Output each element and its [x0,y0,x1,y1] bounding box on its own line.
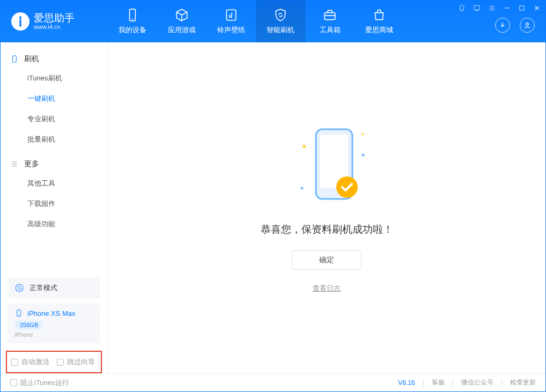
window-controls [458,4,541,12]
device-name: iPhone XS Max [27,309,76,317]
sync-icon [14,283,24,293]
titlebar-right-icons [495,18,535,33]
sidebar-item-advanced[interactable]: 高级功能 [1,214,107,234]
svg-point-15 [336,176,358,198]
nav-label: 爱思商城 [365,25,393,35]
checkbox-icon [10,379,17,386]
app-logo[interactable]: 爱思助手 www.i4.cn [1,1,108,42]
view-log-link[interactable]: 查看日志 [313,284,341,293]
checkbox-label: 跳过向导 [67,357,95,367]
bag-icon [372,8,386,22]
svg-rect-7 [13,56,17,62]
nav-label: 工具箱 [320,25,341,35]
sidebar-item-oneclick-flash[interactable]: 一键刷机 [1,88,107,109]
nav-ringtones-wallpapers[interactable]: 铃声壁纸 [206,1,256,42]
sidebar-item-pro-flash[interactable]: 专业刷机 [1,109,107,129]
version-label: V8.16 [398,379,415,387]
footer: 阻止iTunes运行 V8.16 | 客服 | 微信公众号 | 检查更新 [1,373,545,391]
minimize-icon[interactable] [503,4,511,12]
check-update-link[interactable]: 检查更新 [510,378,536,387]
separator: | [423,379,424,387]
titlebar: 爱思助手 www.i4.cn 我的设备 应用游戏 铃声壁纸 智能刷机 [1,1,545,42]
checkbox-block-itunes[interactable]: 阻止iTunes运行 [10,378,69,388]
checkbox-icon [11,359,18,366]
body: 刷机 iTunes刷机 一键刷机 专业刷机 批量刷机 更多 其他工具 下载固件 … [1,42,545,373]
app-window: 爱思助手 www.i4.cn 我的设备 应用游戏 铃声壁纸 智能刷机 [0,0,546,392]
svg-rect-3 [324,13,335,20]
svg-point-11 [302,145,306,148]
list-icon [10,160,19,168]
checkbox-auto-activate[interactable]: 自动激活 [11,357,49,367]
device-capacity: 256GB [14,321,43,329]
nav-label: 我的设备 [119,25,146,35]
phone-icon [10,55,19,63]
logo-icon [11,12,29,31]
device-icon [14,309,23,317]
checkbox-skip-guide[interactable]: 跳过向导 [57,357,95,367]
mode-indicator[interactable]: 正常模式 [8,278,100,298]
sidebar-section-more: 更多 [1,155,107,173]
svg-point-6 [526,23,529,26]
separator: | [452,379,454,387]
sidebar-section-flash: 刷机 [1,50,107,68]
svg-point-10 [18,315,19,315]
nav-my-device[interactable]: 我的设备 [108,1,157,42]
app-name-cn: 爱思助手 [34,13,75,24]
nav-label: 铃声壁纸 [217,25,245,35]
checkbox-icon [57,359,64,366]
menu-icon[interactable] [488,4,496,12]
top-nav: 我的设备 应用游戏 铃声壁纸 智能刷机 工具箱 爱思商城 [108,1,404,42]
sidebar-item-batch-flash[interactable]: 批量刷机 [1,129,107,150]
close-icon[interactable] [533,4,541,12]
app-name-en: www.i4.cn [34,24,75,30]
maximize-icon[interactable] [518,4,526,12]
svg-point-12 [362,153,365,156]
device-type: iPhone [14,331,93,338]
mode-label: 正常模式 [29,283,57,293]
nav-label: 智能刷机 [267,25,294,35]
music-note-icon [224,8,238,22]
download-icon[interactable] [495,18,510,33]
sidebar: 刷机 iTunes刷机 一键刷机 专业刷机 批量刷机 更多 其他工具 下载固件 … [1,42,108,373]
nav-label: 应用游戏 [168,25,196,35]
nav-apps-games[interactable]: 应用游戏 [157,1,206,42]
user-icon[interactable] [520,18,535,33]
highlighted-options: 自动激活 跳过向导 [6,351,102,373]
cube-icon [175,8,189,22]
sidebar-section-title: 刷机 [24,54,39,64]
sidebar-item-other-tools[interactable]: 其他工具 [1,173,107,194]
svg-point-8 [16,284,23,292]
svg-point-1 [132,19,133,20]
sidebar-item-itunes-flash[interactable]: iTunes刷机 [1,68,107,88]
sidebar-item-download-firmware[interactable]: 下载固件 [1,194,107,214]
ok-button[interactable]: 确定 [292,250,361,270]
nav-smart-flash[interactable]: 智能刷机 [256,1,305,42]
feedback-icon[interactable] [473,4,481,12]
nav-toolbox[interactable]: 工具箱 [305,1,355,42]
nav-store[interactable]: 爱思商城 [355,1,404,42]
checkbox-label: 自动激活 [21,357,49,367]
shirt-icon[interactable] [458,4,466,12]
separator: | [501,379,503,387]
sidebar-section-title: 更多 [24,159,39,169]
device-card[interactable]: iPhone XS Max 256GB iPhone [8,304,100,343]
wechat-link[interactable]: 微信公众号 [461,378,493,387]
success-message: 恭喜您，保资料刷机成功啦！ [261,223,393,236]
toolbox-icon [323,8,337,22]
main-content: 恭喜您，保资料刷机成功啦！ 确定 查看日志 [108,42,545,373]
success-illustration [294,123,359,209]
shield-refresh-icon [274,8,287,22]
svg-rect-2 [226,10,235,20]
device-icon [126,8,139,22]
checkbox-label: 阻止iTunes运行 [20,378,69,388]
support-link[interactable]: 客服 [432,378,445,387]
svg-rect-4 [474,5,480,10]
svg-rect-5 [520,6,524,10]
